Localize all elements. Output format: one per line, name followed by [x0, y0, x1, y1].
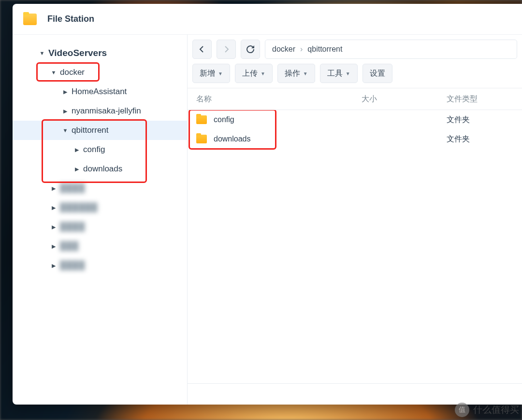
caret-right-icon: ▶ [62, 108, 69, 114]
tree-node-redacted[interactable]: ▶ ████ [13, 256, 187, 275]
folder-icon [196, 115, 207, 124]
table-body: config 文件夹 downloads 文件夹 [188, 110, 522, 383]
tree-node-redacted[interactable]: ▶ ████ [13, 179, 187, 198]
tree-label: qbittorrent [72, 126, 109, 135]
redacted-label: ██████ [60, 203, 98, 212]
folder-tree-sidebar[interactable]: ▼ VideoServers ▼ docker ▶ HomeAssistant … [13, 35, 188, 405]
caret-down-icon: ▼ [50, 69, 57, 76]
tree-node-config[interactable]: ▶ config [13, 140, 187, 159]
redacted-label: ████ [60, 183, 85, 193]
action-toolbar: 新增▼ 上传▼ 操作▼ 工具▼ 设置 [188, 59, 522, 88]
caret-right-icon: ▶ [50, 224, 57, 230]
tree-node-qbittorrent[interactable]: ▼ qbittorrent [13, 121, 187, 140]
table-row[interactable]: downloads 文件夹 [188, 129, 522, 149]
button-label: 上传 [242, 69, 258, 79]
column-header-size[interactable]: 大小 [357, 94, 440, 104]
chevron-right-icon: › [300, 45, 303, 54]
main-panel: docker › qbittorrent 新增▼ 上传▼ 操作▼ 工具▼ [188, 35, 522, 405]
redacted-label: ███ [60, 241, 79, 251]
upload-button[interactable]: 上传▼ [235, 64, 273, 83]
tree-root-videoservers[interactable]: ▼ VideoServers [13, 43, 187, 63]
tree-node-redacted[interactable]: ▶ ██████ [13, 198, 187, 217]
tree-label: VideoServers [48, 48, 107, 58]
button-label: 新增 [200, 69, 215, 79]
app-title: File Station [47, 14, 94, 24]
caret-down-icon: ▼ [39, 50, 45, 56]
file-list-grid: 名称 大小 文件类型 config 文件夹 [188, 88, 522, 405]
file-name: downloads [214, 135, 251, 143]
caret-right-icon: ▶ [73, 146, 80, 153]
action-button[interactable]: 操作▼ [277, 64, 315, 83]
caret-down-icon: ▼ [261, 71, 265, 76]
folder-icon [196, 135, 207, 143]
watermark-text: 什么值得买 [473, 404, 519, 416]
caret-right-icon: ▶ [50, 185, 57, 192]
watermark: 值 什么值得买 [455, 403, 519, 417]
caret-right-icon: ▶ [50, 243, 57, 250]
column-header-name[interactable]: 名称 [188, 94, 357, 104]
tree-node-docker[interactable]: ▼ docker [13, 63, 187, 82]
button-label: 工具 [327, 69, 343, 79]
tree-label: nyanmisaka-jellyfin [72, 106, 141, 116]
caret-right-icon: ▶ [50, 262, 57, 269]
tree-node-redacted[interactable]: ▶ ███ [13, 237, 187, 256]
tree-node-downloads[interactable]: ▶ downloads [13, 159, 187, 179]
button-label: 设置 [370, 69, 385, 79]
tree-label: downloads [83, 164, 122, 174]
redacted-label: ████ [60, 261, 85, 270]
tree-node-homeassistant[interactable]: ▶ HomeAssistant [13, 82, 187, 101]
tree-node-jellyfin[interactable]: ▶ nyanmisaka-jellyfin [13, 101, 187, 121]
settings-button[interactable]: 设置 [362, 64, 392, 83]
file-name: config [214, 115, 234, 124]
breadcrumb-segment[interactable]: docker [272, 45, 295, 54]
back-button[interactable] [192, 40, 212, 59]
column-header-type[interactable]: 文件类型 [440, 94, 522, 104]
titlebar: File Station [13, 4, 522, 35]
breadcrumb-segment[interactable]: qbittorrent [307, 45, 342, 54]
caret-right-icon: ▶ [62, 88, 69, 95]
tree-node-redacted[interactable]: ▶ ████ [13, 217, 187, 237]
redacted-label: ████ [60, 222, 85, 232]
create-button[interactable]: 新增▼ [192, 64, 230, 83]
table-row[interactable]: config 文件夹 [188, 110, 522, 129]
file-type: 文件夹 [440, 134, 522, 144]
chevron-left-icon [199, 46, 205, 53]
caret-down-icon: ▼ [303, 71, 308, 76]
tree-label: docker [60, 68, 85, 77]
caret-down-icon: ▼ [218, 71, 223, 76]
tree-label: config [83, 145, 105, 154]
watermark-badge: 值 [455, 403, 469, 417]
refresh-button[interactable] [241, 40, 260, 59]
caret-down-icon: ▼ [62, 127, 69, 134]
caret-right-icon: ▶ [73, 166, 80, 172]
caret-right-icon: ▶ [50, 204, 57, 211]
app-folder-icon [23, 14, 37, 25]
forward-button[interactable] [217, 40, 236, 59]
breadcrumb-path[interactable]: docker › qbittorrent [265, 40, 517, 59]
button-label: 操作 [285, 69, 300, 79]
status-bar [188, 383, 522, 405]
refresh-icon [246, 45, 254, 53]
file-type: 文件夹 [440, 115, 522, 125]
caret-down-icon: ▼ [346, 71, 350, 76]
navigation-toolbar: docker › qbittorrent [188, 35, 522, 59]
file-station-window: File Station ▼ VideoServers ▼ docker ▶ H… [13, 4, 522, 405]
tools-button[interactable]: 工具▼ [320, 64, 358, 83]
chevron-right-icon [223, 46, 230, 53]
tree-label: HomeAssistant [72, 87, 127, 97]
table-header: 名称 大小 文件类型 [188, 88, 522, 110]
